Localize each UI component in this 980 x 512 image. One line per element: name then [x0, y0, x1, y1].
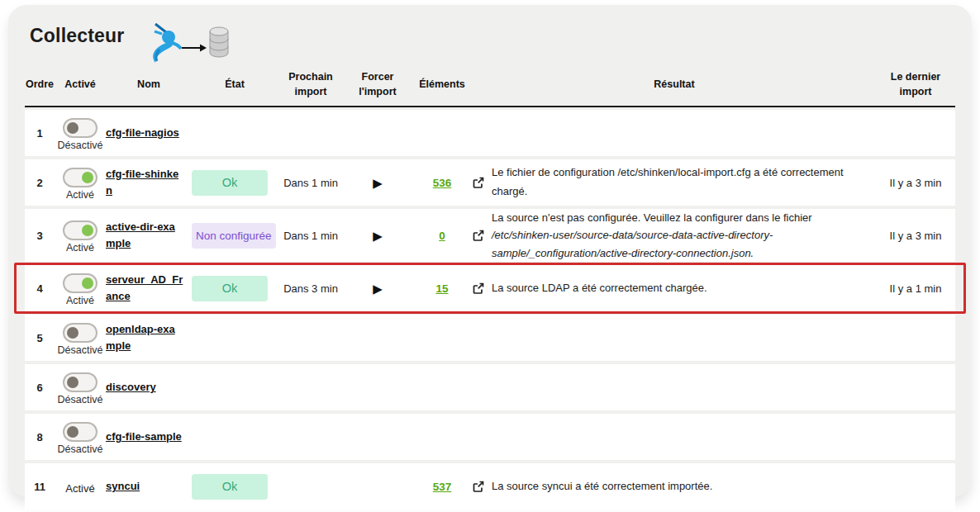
order-value: 5 — [25, 315, 55, 361]
order-value: 3 — [25, 212, 55, 258]
toggle-knob — [67, 426, 78, 438]
toggle-label: Désactivé — [58, 344, 103, 356]
external-link-icon[interactable] — [473, 230, 484, 241]
enable-toggle[interactable] — [63, 422, 98, 442]
status-badge: Ok — [192, 276, 268, 301]
enable-toggle[interactable] — [63, 168, 98, 187]
col-header-nom: Nom — [106, 77, 192, 92]
table-header: Ordre Activé Nom État Prochain import Fo… — [25, 66, 955, 107]
toggle-label: Activé — [66, 295, 94, 306]
col-header-prochain: Prochain import — [278, 69, 344, 99]
enable-toggle[interactable] — [63, 372, 98, 392]
table-row: 8 Désactivé cfg-file-sample — [25, 414, 955, 460]
order-value: 11 — [25, 463, 55, 510]
external-link-icon[interactable] — [473, 177, 484, 188]
database-icon — [210, 27, 228, 57]
shinken-ninja-icon — [154, 24, 182, 63]
elements-count-link[interactable]: 536 — [433, 177, 452, 189]
external-link-icon[interactable] — [473, 481, 484, 492]
last-import-value: Il y a 3 min — [876, 159, 955, 206]
col-header-dernier: Le dernier import — [876, 69, 955, 99]
result-file-path: /etc/shinken-user/source-data/source-dat… — [492, 229, 773, 258]
table-row: 11 Activé syncui Ok 537 La source syncui… — [25, 463, 955, 510]
order-value: 8 — [25, 414, 55, 460]
table-row: 5 Désactivé openldap-example — [25, 315, 955, 361]
status-badge: Non configurée — [192, 223, 276, 249]
enable-toggle[interactable] — [63, 323, 98, 343]
source-name-link[interactable]: serveur_AD_France — [106, 272, 183, 305]
title-row: Collecteur — [30, 20, 955, 64]
col-header-elements: Éléments — [412, 77, 473, 92]
active-state-text: Activé — [65, 482, 94, 495]
enable-toggle[interactable] — [63, 273, 98, 293]
source-name-link[interactable]: cfg-file-nagios — [106, 125, 179, 141]
col-header-forcer: Forcer l'import — [344, 69, 412, 99]
last-import-value: Il y a 1 min — [876, 265, 955, 311]
toggle-label: Désactivé — [58, 140, 103, 151]
toggle-label: Désactivé — [58, 394, 103, 405]
order-value: 6 — [25, 364, 55, 410]
enable-toggle[interactable] — [63, 220, 98, 240]
order-value: 2 — [25, 159, 55, 206]
force-import-button[interactable]: ▶ — [373, 230, 383, 242]
page-title: Collecteur — [30, 25, 124, 47]
toggle-label: Activé — [66, 242, 94, 254]
table-row: 2 Activé cfg-file-shinken Ok Dans 1 min … — [25, 159, 955, 206]
result-text: La source syncui a été correctement impo… — [492, 477, 712, 496]
status-badge: Ok — [192, 474, 268, 500]
col-header-resultat: Résultat — [473, 77, 876, 92]
collector-logo — [132, 21, 230, 66]
table-row: 3 Activé active-dir-example Non configur… — [25, 209, 955, 262]
status-badge: Ok — [192, 170, 268, 196]
force-import-button[interactable]: ▶ — [373, 282, 383, 295]
toggle-knob — [82, 225, 93, 236]
toggle-knob — [82, 172, 93, 183]
table-body: 1 Désactivé cfg-file-nagios 2 Activé cfg… — [25, 110, 955, 510]
toggle-label: Désactivé — [58, 443, 103, 455]
source-name-link[interactable]: openldap-example — [106, 321, 183, 354]
source-name-link[interactable]: discovery — [106, 379, 156, 396]
result-text: La source n'est pas configurée. Veuillez… — [492, 209, 864, 262]
next-import-value: Dans 1 min — [278, 159, 344, 206]
source-name-link[interactable]: active-dir-example — [106, 219, 183, 252]
col-header-etat: État — [192, 77, 278, 92]
external-link-icon[interactable] — [473, 282, 484, 294]
elements-count-link[interactable]: 15 — [435, 282, 448, 295]
table-row: 1 Désactivé cfg-file-nagios — [25, 110, 955, 156]
order-value: 1 — [25, 110, 55, 156]
result-text: Le fichier de configuration /etc/shinken… — [492, 164, 864, 201]
result-message: La source n'est pas configurée. Veuillez… — [492, 211, 812, 224]
next-import-value: Dans 3 min — [278, 265, 344, 311]
order-value: 4 — [25, 265, 55, 311]
source-name-link[interactable]: cfg-file-sample — [106, 429, 182, 445]
enable-toggle[interactable] — [63, 118, 98, 138]
next-import-value: Dans 1 min — [278, 212, 344, 258]
toggle-knob — [67, 122, 78, 134]
source-name-link[interactable]: cfg-file-shinken — [106, 166, 183, 199]
table-row: 6 Désactivé discovery — [25, 364, 955, 410]
col-header-active: Activé — [55, 77, 106, 92]
table-row-highlighted: 4 Activé serveur_AD_France Ok Dans 3 min… — [25, 265, 955, 311]
source-name-link[interactable]: syncui — [106, 478, 140, 495]
force-import-button[interactable]: ▶ — [373, 177, 383, 189]
elements-count-link[interactable]: 0 — [439, 230, 445, 242]
toggle-knob — [82, 277, 93, 289]
toggle-label: Activé — [66, 189, 94, 201]
collector-panel: Collecteur — [8, 5, 972, 497]
toggle-knob — [67, 377, 78, 388]
result-text: La source LDAP a été correctement chargé… — [492, 279, 707, 298]
last-import-value: Il y a 3 min — [876, 212, 955, 258]
toggle-knob — [67, 327, 78, 339]
elements-count-link[interactable]: 537 — [433, 481, 452, 493]
col-header-ordre: Ordre — [25, 77, 55, 92]
arrow-icon — [182, 45, 207, 52]
